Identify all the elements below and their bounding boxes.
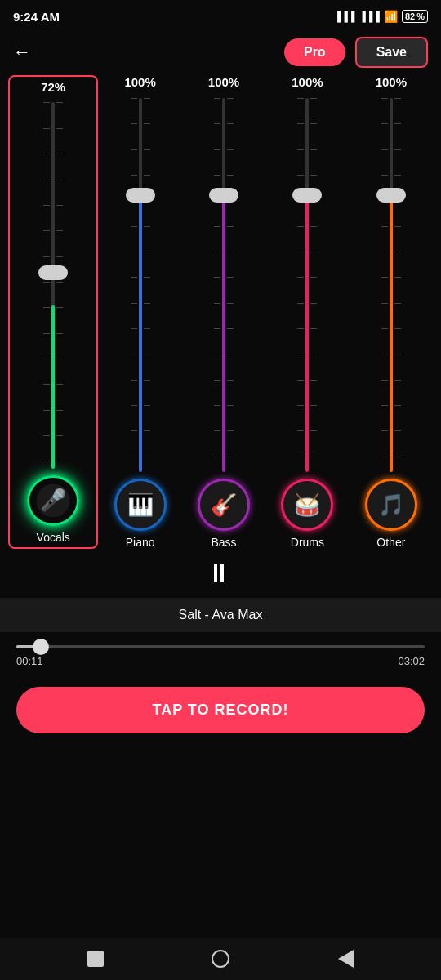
channel-percent-piano: 100%	[124, 75, 155, 91]
stop-button[interactable]	[86, 949, 105, 969]
pro-button[interactable]: Pro	[284, 38, 345, 66]
channel-other: 100%🎵Other	[350, 75, 433, 549]
status-time: 9:24 AM	[13, 10, 60, 24]
channel-percent-vocals: 72%	[41, 80, 65, 96]
channel-drums: 100%🥁Drums	[265, 75, 349, 549]
channel-percent-other: 100%	[376, 75, 407, 91]
back-nav-button[interactable]	[336, 949, 355, 969]
channel-percent-bass: 100%	[208, 75, 239, 91]
slider-fill-drums	[305, 194, 309, 472]
slider-fill-bass	[222, 194, 225, 472]
progress-track[interactable]	[16, 645, 425, 648]
total-time: 03:02	[398, 655, 425, 667]
wifi-icon: 📶	[384, 10, 398, 23]
bottom-nav	[0, 938, 441, 980]
channel-icon-vocals[interactable]: 🎤	[27, 475, 79, 526]
status-icons: ▐▐▐ ▐▐▐ 📶 82%	[334, 10, 428, 23]
channel-percent-drums: 100%	[292, 75, 323, 91]
channel-label-other: Other	[376, 536, 405, 549]
status-bar: 9:24 AM ▐▐▐ ▐▐▐ 📶 82%	[0, 0, 441, 29]
channel-icon-bass[interactable]: 🎸	[198, 479, 250, 531]
transport-bar: ⏸	[0, 549, 441, 598]
slider-thumb-bass[interactable]	[209, 188, 238, 203]
channel-icon-drums[interactable]: 🥁	[281, 479, 333, 531]
song-title: Salt - Ava Max	[0, 598, 441, 632]
save-button[interactable]: Save	[355, 37, 428, 68]
record-button[interactable]: TAP TO RECORD!	[16, 687, 425, 733]
slider-bass[interactable]	[207, 98, 240, 472]
pause-button[interactable]: ⏸	[206, 559, 235, 589]
progress-thumb[interactable]	[33, 639, 49, 655]
channel-piano: 100%🎹Piano	[98, 75, 181, 549]
slider-other[interactable]	[375, 98, 408, 472]
slider-fill-vocals	[51, 305, 55, 469]
mixer-section: 72%🎤Vocals100%🎹Piano100%🎸Bass100%🥁Drums1…	[0, 75, 441, 549]
slider-thumb-piano[interactable]	[126, 188, 155, 203]
header: ← Pro Save	[0, 29, 441, 75]
channel-label-vocals: Vocals	[37, 531, 70, 544]
channel-label-piano: Piano	[126, 536, 155, 549]
channel-icon-other[interactable]: 🎵	[365, 479, 417, 531]
channel-label-bass: Bass	[211, 536, 236, 549]
signal-icon-2: ▐▐▐	[359, 11, 380, 22]
slider-fill-piano	[139, 194, 142, 472]
channel-label-drums: Drums	[291, 536, 324, 549]
time-row: 00:11 03:02	[16, 655, 425, 667]
channel-icon-piano[interactable]: 🎹	[114, 479, 167, 531]
battery-level: 82	[405, 11, 415, 21]
channel-vocals: 72%🎤Vocals	[8, 75, 98, 549]
slider-vocals[interactable]	[37, 102, 69, 468]
channel-bass: 100%🎸Bass	[182, 75, 265, 549]
slider-thumb-vocals[interactable]	[38, 265, 68, 280]
battery-icon: 82%	[402, 10, 428, 23]
slider-fill-other	[390, 194, 393, 472]
current-time: 00:11	[16, 655, 43, 667]
back-button[interactable]: ←	[13, 42, 31, 63]
slider-piano[interactable]	[124, 98, 157, 472]
signal-icon: ▐▐▐	[334, 11, 355, 22]
slider-drums[interactable]	[291, 98, 323, 472]
progress-section: 00:11 03:02	[0, 632, 441, 674]
slider-thumb-other[interactable]	[376, 188, 406, 203]
slider-thumb-drums[interactable]	[292, 188, 322, 203]
home-button[interactable]	[211, 949, 230, 969]
